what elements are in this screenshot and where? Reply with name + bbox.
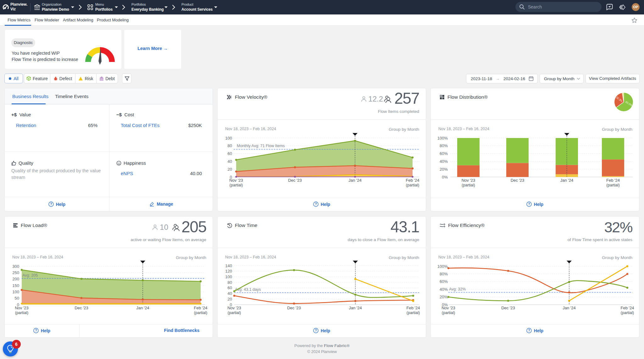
svg-text:Jan '24: Jan '24 (560, 178, 574, 183)
svg-text:Nov '23: Nov '23 (441, 306, 455, 310)
svg-text:100: 100 (225, 136, 232, 141)
svg-text:Avg: 43.1 days: Avg: 43.1 days (235, 287, 261, 292)
svg-text:20: 20 (228, 167, 232, 172)
svg-text:(partial): (partial) (228, 311, 241, 315)
svg-text:40: 40 (228, 291, 232, 296)
svg-text:40%: 40% (440, 287, 448, 292)
svg-text:40: 40 (228, 159, 232, 164)
svg-text:100%: 100% (437, 136, 448, 141)
svg-text:Nov '23: Nov '23 (229, 178, 243, 183)
svg-text:60%: 60% (440, 279, 448, 284)
svg-text:Feb '24: Feb '24 (194, 306, 208, 310)
svg-text:150: 150 (12, 283, 19, 288)
svg-text:(partial): (partial) (442, 311, 455, 315)
svg-text:Feb '24: Feb '24 (606, 178, 620, 183)
svg-text:Dec '23: Dec '23 (511, 178, 525, 183)
svg-text:Avg: 205: Avg: 205 (22, 273, 38, 278)
svg-text:60: 60 (228, 151, 232, 156)
svg-text:80%: 80% (440, 143, 448, 148)
svg-text:250: 250 (12, 270, 19, 275)
svg-text:200: 200 (12, 277, 19, 281)
svg-text:Dec '23: Dec '23 (501, 306, 515, 310)
svg-text:Avg: 32%: Avg: 32% (449, 287, 466, 291)
svg-text:60: 60 (228, 285, 232, 290)
svg-text:(partial): (partial) (194, 311, 207, 315)
svg-text:Monthly Avg: 71 Flow Items: Monthly Avg: 71 Flow Items (237, 144, 285, 148)
svg-text:(partial): (partial) (606, 183, 619, 187)
svg-text:100%: 100% (437, 264, 448, 269)
svg-text:(partial): (partial) (406, 183, 419, 187)
svg-text:100: 100 (225, 274, 232, 279)
svg-text:140: 140 (225, 263, 232, 268)
svg-text:Jan '24: Jan '24 (136, 306, 149, 310)
svg-text:(partial): (partial) (15, 311, 28, 315)
svg-text:0%: 0% (442, 175, 448, 180)
svg-text:?: ? (50, 202, 52, 206)
svg-text:Jan '24: Jan '24 (348, 178, 362, 183)
svg-text:20: 20 (228, 297, 232, 301)
svg-text:(partial): (partial) (462, 183, 475, 187)
svg-text:?: ? (315, 329, 317, 332)
svg-text:Dec '23: Dec '23 (75, 306, 88, 310)
svg-text:20%: 20% (440, 295, 448, 299)
svg-text:300: 300 (12, 264, 19, 269)
svg-text:50: 50 (15, 296, 19, 301)
svg-text:?: ? (315, 202, 317, 206)
svg-text:Nov '23: Nov '23 (462, 178, 475, 183)
svg-text:Jan '24: Jan '24 (563, 306, 576, 310)
svg-text:40%: 40% (440, 159, 448, 164)
svg-text:100: 100 (12, 290, 19, 294)
svg-text:Jan '24: Jan '24 (349, 306, 362, 310)
svg-text:?: ? (528, 202, 530, 206)
svg-text:(partial): (partial) (407, 311, 420, 315)
svg-text:80%: 80% (440, 272, 448, 276)
svg-text:120: 120 (225, 269, 232, 273)
svg-text:Feb '24: Feb '24 (621, 306, 634, 310)
svg-text:(partial): (partial) (621, 311, 634, 315)
svg-text:Dec '23: Dec '23 (287, 306, 301, 310)
svg-text:(partial): (partial) (230, 183, 243, 187)
svg-text:80: 80 (228, 143, 232, 148)
svg-text:Feb '24: Feb '24 (407, 306, 420, 310)
svg-text:20%: 20% (440, 167, 448, 172)
svg-text:Feb '24: Feb '24 (406, 178, 419, 183)
svg-text:Nov '23: Nov '23 (227, 306, 241, 310)
svg-text:Nov '23: Nov '23 (15, 306, 29, 310)
svg-text:80: 80 (228, 280, 232, 285)
svg-text:60%: 60% (440, 151, 448, 156)
svg-text:Dec '23: Dec '23 (288, 178, 302, 183)
svg-text:?: ? (35, 329, 37, 332)
svg-text:?: ? (528, 329, 530, 332)
